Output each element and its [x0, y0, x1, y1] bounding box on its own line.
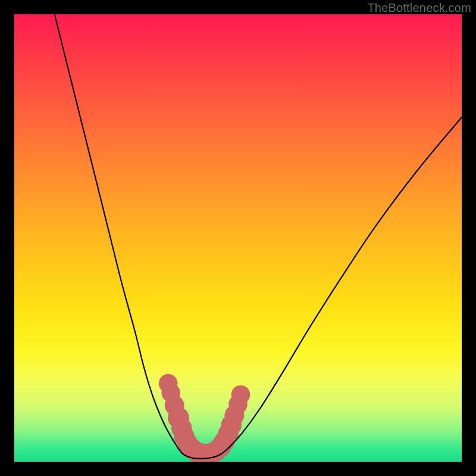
bottleneck-curve: [55, 14, 462, 459]
marker-group: [159, 374, 250, 462]
watermark-text: TheBottleneck.com: [367, 1, 471, 15]
plot-area: [14, 14, 462, 462]
data-marker: [231, 385, 250, 404]
curve-layer: [14, 14, 462, 462]
